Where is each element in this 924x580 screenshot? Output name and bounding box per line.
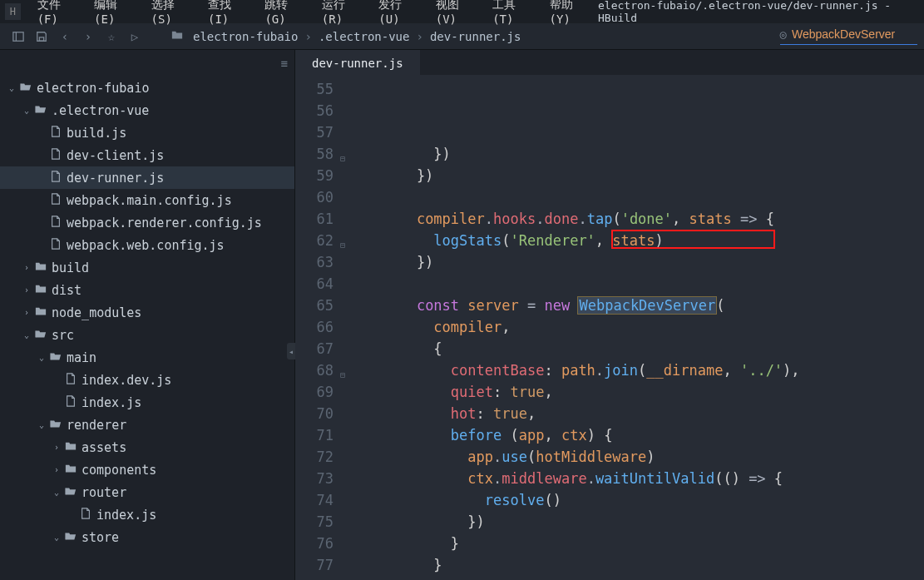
code-line[interactable]: before (app, ctx) {: [348, 424, 924, 446]
code-line[interactable]: }): [348, 251, 924, 273]
tree-folder[interactable]: ›assets: [0, 436, 294, 459]
tree-folder[interactable]: ⌄src: [0, 324, 294, 346]
code-line[interactable]: hot: true,: [348, 403, 924, 424]
tree-folder[interactable]: ⌄main: [0, 346, 294, 369]
chevron-down-icon[interactable]: ⌄: [52, 488, 62, 497]
tree-folder[interactable]: ⌄renderer: [0, 414, 294, 436]
file-explorer: ≡ ⌄electron-fubaio⌄.electron-vue·build.j…: [0, 50, 295, 580]
code-line[interactable]: compiler.hooks.done.tap('done', stats =>…: [348, 208, 924, 230]
tree-file[interactable]: ·dev-client.js: [0, 144, 294, 166]
file-icon: [63, 373, 78, 387]
run-icon[interactable]: ▷: [123, 27, 146, 47]
code-line[interactable]: app.use(hotMiddleware): [348, 446, 924, 468]
tree-folder[interactable]: ›build: [0, 256, 294, 279]
fold-icon[interactable]: ⊟: [340, 148, 345, 170]
menu-item[interactable]: 选择(S): [143, 0, 200, 26]
fold-icon[interactable]: ⊟: [340, 235, 345, 256]
code-line[interactable]: ): [348, 576, 924, 580]
menu-item[interactable]: 编辑(E): [86, 0, 142, 26]
line-gutter: 55565758⊟59606162⊟636465666768⊟697071727…: [295, 75, 348, 580]
folder-open-icon: [63, 485, 78, 499]
folder-icon: [33, 305, 48, 320]
tree-file[interactable]: ·index.js: [0, 391, 294, 414]
nav-forward-icon[interactable]: ›: [77, 27, 100, 47]
menu-item[interactable]: 跳转(G): [256, 0, 313, 26]
file-icon: [48, 148, 63, 162]
tree-file[interactable]: ·index.js: [0, 503, 294, 526]
tree-label: dev-runner.js: [67, 171, 164, 186]
folder-open-icon: [18, 81, 33, 95]
code-line[interactable]: logStats('Renderer', stats): [348, 230, 924, 251]
code-line[interactable]: [348, 186, 924, 208]
annotation-highlight: [0, 548, 119, 570]
svg-rect-0: [13, 32, 23, 41]
menu-item[interactable]: 运行(R): [314, 0, 370, 26]
code-line[interactable]: {: [348, 338, 924, 359]
code-line[interactable]: }: [348, 554, 924, 576]
folder-open-icon: [48, 350, 63, 364]
tree-file[interactable]: ·build.js: [0, 121, 294, 144]
nav-back-icon[interactable]: ‹: [53, 27, 77, 47]
search-box[interactable]: ◎: [780, 27, 917, 45]
collapse-sidebar-icon[interactable]: ≡: [281, 57, 288, 70]
search-input[interactable]: [792, 27, 912, 41]
code-editor[interactable]: 55565758⊟59606162⊟636465666768⊟697071727…: [295, 75, 924, 580]
tree-folder[interactable]: ⌄store: [0, 526, 294, 548]
breadcrumb-item[interactable]: dev-runner.js: [427, 30, 525, 43]
code-line[interactable]: }): [348, 511, 924, 533]
fold-icon[interactable]: ⊟: [340, 364, 345, 386]
code-line[interactable]: }): [348, 165, 924, 186]
tree-folder[interactable]: ⌄.electron-vue: [0, 99, 294, 121]
tree-folder[interactable]: ›dist: [0, 279, 294, 301]
tree-folder[interactable]: ›node_modules: [0, 301, 294, 324]
tree-file[interactable]: ·dev-runner.js: [0, 166, 294, 189]
chevron-right-icon[interactable]: ›: [52, 465, 62, 474]
toolbar: ‹ › ☆ ▷ electron-fubaio › .electron-vue …: [0, 23, 924, 50]
code-line[interactable]: quiet: true,: [348, 381, 924, 403]
menu-item[interactable]: 帮助(Y): [541, 0, 598, 26]
code-lines[interactable]: }) }) compiler.hooks.done.tap('done', st…: [348, 75, 924, 580]
editor-tab[interactable]: dev-runner.js: [295, 50, 420, 75]
tree-file[interactable]: ·webpack.web.config.js: [0, 234, 294, 256]
tree-label: store: [82, 530, 119, 545]
menu-item[interactable]: 文件(F): [29, 0, 86, 26]
breadcrumb-item[interactable]: electron-fubaio: [190, 30, 301, 43]
line-number: 76: [295, 533, 334, 554]
tree-folder[interactable]: ›components: [0, 459, 294, 481]
chevron-down-icon[interactable]: ⌄: [7, 83, 17, 92]
tool-layout-icon[interactable]: [7, 27, 30, 47]
chevron-down-icon[interactable]: ⌄: [22, 330, 32, 340]
chevron-down-icon[interactable]: ⌄: [37, 353, 47, 362]
search-target-icon: ◎: [780, 27, 787, 41]
tree-file[interactable]: ·webpack.renderer.config.js: [0, 211, 294, 234]
sidebar-collapse-handle[interactable]: ◂: [287, 343, 295, 359]
code-line[interactable]: const server = new WebpackDevServer(: [348, 295, 924, 316]
chevron-down-icon[interactable]: ⌄: [52, 533, 62, 542]
menu-item[interactable]: 视图(V): [427, 0, 484, 26]
breadcrumb-item[interactable]: .electron-vue: [315, 30, 413, 43]
code-line[interactable]: [348, 273, 924, 295]
chevron-down-icon[interactable]: ⌄: [37, 420, 47, 429]
chevron-right-icon[interactable]: ›: [22, 263, 32, 272]
tree-file[interactable]: ·webpack.main.config.js: [0, 189, 294, 211]
code-line[interactable]: resolve(): [348, 489, 924, 511]
tree-folder[interactable]: ⌄electron-fubaio: [0, 77, 294, 99]
menu-item[interactable]: 查找(I): [200, 0, 256, 26]
tree-label: index.js: [82, 395, 141, 410]
code-line[interactable]: ctx.middleware.waitUntilValid(() => {: [348, 468, 924, 489]
code-line[interactable]: contentBase: path.join(__dirname, '../')…: [348, 359, 924, 381]
tree-label: node_modules: [52, 305, 141, 320]
chevron-down-icon[interactable]: ⌄: [22, 106, 32, 115]
code-line[interactable]: }: [348, 533, 924, 554]
code-line[interactable]: }): [348, 143, 924, 165]
tree-file[interactable]: ·index.dev.js: [0, 369, 294, 391]
menu-item[interactable]: 发行(U): [370, 0, 427, 26]
star-icon[interactable]: ☆: [100, 27, 123, 47]
chevron-right-icon[interactable]: ›: [22, 308, 32, 317]
code-line[interactable]: compiler,: [348, 316, 924, 338]
tree-folder[interactable]: ⌄router: [0, 481, 294, 503]
tool-save-icon[interactable]: [30, 27, 53, 47]
chevron-right-icon[interactable]: ›: [22, 285, 32, 295]
menu-item[interactable]: 工具(T): [484, 0, 541, 26]
chevron-right-icon[interactable]: ›: [52, 443, 62, 452]
